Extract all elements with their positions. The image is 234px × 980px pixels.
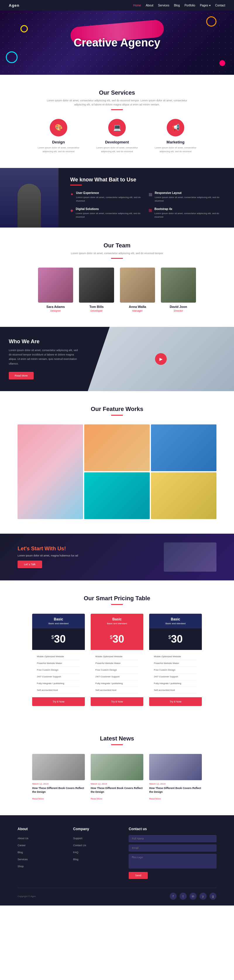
news-card-2: March 12, 2019 How These Different Book … — [91, 754, 143, 801]
nav-services[interactable]: Services — [158, 4, 169, 7]
work-item-2[interactable] — [84, 425, 150, 471]
news-link-2[interactable]: Read More — [91, 797, 103, 800]
pricing-btn-2[interactable]: Try It Now — [91, 697, 143, 706]
cta-button[interactable]: Let' s Talk — [18, 560, 42, 568]
anna-photo — [120, 267, 155, 302]
nav-blog[interactable]: Blog — [174, 4, 180, 7]
footer-contact-title: Contact us — [129, 827, 216, 831]
feature-1-4: 24/7 Customer Support — [37, 674, 80, 680]
service-design: 🎨 Design Lorem ipsum dolor sit amet, con… — [35, 119, 82, 154]
footer-link-shop[interactable]: Shop — [18, 865, 24, 868]
social-google[interactable]: g — [210, 892, 216, 900]
news-link-1[interactable]: Read More — [32, 797, 44, 800]
news-article-title-3: How These Different Book Covers Reflect … — [149, 786, 202, 794]
development-title: Development — [94, 140, 140, 144]
social-youtube[interactable]: y — [199, 892, 207, 900]
footer-company-col: Company Support Contact Us FAQ Blog — [73, 827, 117, 879]
feature-3-6: Self-accounted Host — [154, 687, 197, 694]
news-article-title-2: How These Different Book Covers Reflect … — [91, 786, 143, 794]
feature-1-1: Mobile Optimized Website — [37, 654, 80, 660]
contact-email-input[interactable] — [129, 845, 216, 851]
responsive-title: Responsive Layout — [155, 191, 222, 194]
pricing-divider — [111, 604, 123, 605]
pricing-btn-3[interactable]: Try It Now — [149, 697, 202, 706]
david-name: David Joon — [161, 305, 196, 309]
contact-message-input[interactable] — [129, 854, 216, 869]
footer-link-about-us[interactable]: About Us — [18, 837, 28, 840]
hero-circle-yellow — [21, 25, 28, 32]
footer-link-career[interactable]: Career — [18, 844, 26, 847]
team-divider — [111, 258, 123, 259]
pricing-header-2: Basic Basic and standard — [91, 614, 143, 628]
read-more-button[interactable]: Read More — [9, 372, 34, 379]
pricing-features-1: Mobile Optimized Website Powerful Websit… — [32, 650, 85, 697]
contact-submit-button[interactable]: Send — [129, 872, 148, 879]
feature-3-1: Mobile Optimized Website — [154, 654, 197, 660]
plan-name-1: Basic — [36, 617, 81, 621]
pricing-header-1: Basic Basic and standard — [32, 614, 85, 628]
hero-circle-teal — [6, 51, 18, 63]
nav-contact[interactable]: Contact — [215, 4, 225, 7]
social-linkedin[interactable]: in — [189, 892, 197, 900]
responsive-icon: ▦ — [149, 192, 152, 203]
pricing-btn-1[interactable]: Try It Now — [32, 697, 85, 706]
we-know-divider — [70, 185, 82, 186]
service-marketing: 📢 Marketing Lorem ipsum dolor sit amet, … — [152, 119, 199, 154]
news-title: Latest News — [18, 735, 216, 742]
design-icon: 🎨 — [50, 119, 67, 137]
we-know-image — [0, 168, 59, 228]
contact-name-input[interactable] — [129, 835, 216, 842]
who-image: ▶ — [88, 327, 234, 391]
work-item-3[interactable] — [151, 425, 216, 471]
pricing-price-1: $30 — [32, 628, 85, 650]
play-button[interactable]: ▶ — [155, 353, 167, 365]
work-item-5[interactable] — [151, 473, 216, 519]
price-amount-2: 30 — [112, 633, 124, 645]
plan-sub-1: Basic and standard — [36, 622, 81, 625]
team-member-tom: Tom Bills Developer — [79, 267, 114, 312]
digital-icon: ◈ — [70, 208, 74, 219]
nav-logo[interactable]: Agen — [9, 3, 19, 8]
feature-1-2: Powerful Website Maker — [37, 660, 80, 667]
design-title: Design — [35, 140, 82, 144]
footer-link-blog[interactable]: Blog — [18, 851, 23, 854]
social-icons: f t in y g — [170, 892, 216, 900]
nav-about[interactable]: About — [146, 4, 153, 7]
nav-links: Home About Services Blog Portfolio Pages… — [133, 4, 226, 7]
footer-company-title: Company — [73, 827, 117, 831]
nav-portfolio[interactable]: Portfolio — [184, 4, 196, 7]
footer-link-services[interactable]: Services — [18, 858, 28, 861]
nav-home[interactable]: Home — [133, 4, 141, 7]
we-know-section: We know What Bait to Use ✦ User Experien… — [0, 168, 234, 228]
social-twitter[interactable]: t — [180, 892, 187, 900]
feature-2-2: Powerful Website Maker — [95, 660, 139, 667]
social-facebook[interactable]: f — [170, 892, 177, 900]
news-meta-3: March 12, 2019 — [149, 783, 202, 785]
hero-circle-pink — [220, 60, 225, 66]
footer-about-title: About — [18, 827, 61, 831]
cta-left: Let's Start With Us! Lorem ipsum dolor s… — [18, 546, 78, 568]
service-development: 💻 Development Lorem ipsum dolor sit amet… — [94, 119, 140, 154]
news-link-3[interactable]: Read More — [149, 797, 161, 800]
footer-link-blog2[interactable]: Blog — [73, 858, 79, 861]
services-divider — [111, 109, 123, 110]
footer-link-support[interactable]: Support — [73, 837, 82, 840]
cta-title: Let's Start With Us! — [18, 546, 78, 552]
anna-name: Anna Walla — [120, 305, 155, 309]
footer-link-faq[interactable]: FAQ — [73, 851, 79, 854]
pricing-price-2: $30 — [91, 628, 143, 650]
team-member-david: David Joon Director — [161, 267, 196, 312]
news-image-2 — [91, 754, 143, 780]
pricing-section: Our Smart Pricing Table Basic Basic and … — [0, 581, 234, 721]
feature-2-1: Mobile Optimized Website — [95, 654, 139, 660]
services-grid: 🎨 Design Lorem ipsum dolor sit amet, con… — [18, 119, 216, 154]
feature-2-3: Free Custom Design — [95, 667, 139, 674]
nav-pages[interactable]: Pages ▾ — [200, 4, 210, 7]
price-amount-1: 30 — [54, 633, 66, 645]
footer-link-contact-us[interactable]: Contact Us — [73, 844, 86, 847]
plan-name-3: Basic — [153, 617, 198, 621]
hero-section: Creative Agency — [0, 11, 234, 75]
tom-role: Developer — [79, 309, 114, 312]
work-item-1[interactable] — [18, 425, 83, 519]
work-item-4[interactable] — [84, 473, 150, 519]
